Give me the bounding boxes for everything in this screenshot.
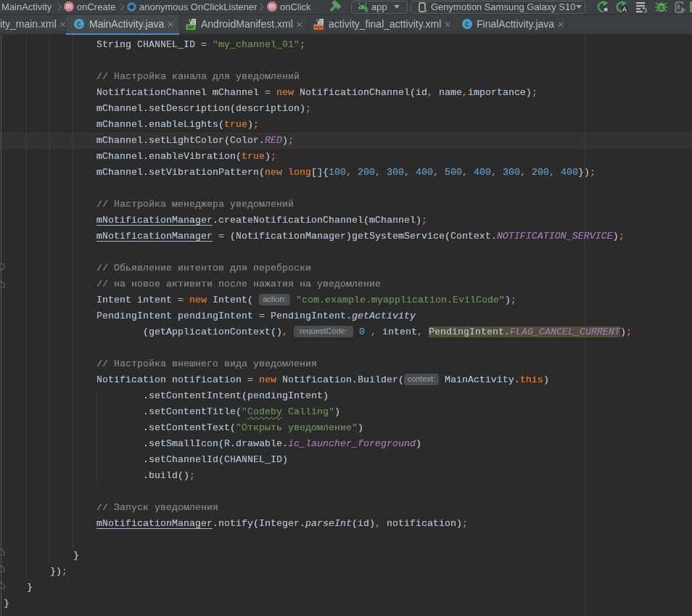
svg-text:C: C [77,21,81,29]
svg-text:C: C [465,21,469,29]
svg-text:MF: MF [187,25,194,30]
svg-text:A: A [622,5,627,13]
svg-text:<x>: <x> [314,25,322,30]
